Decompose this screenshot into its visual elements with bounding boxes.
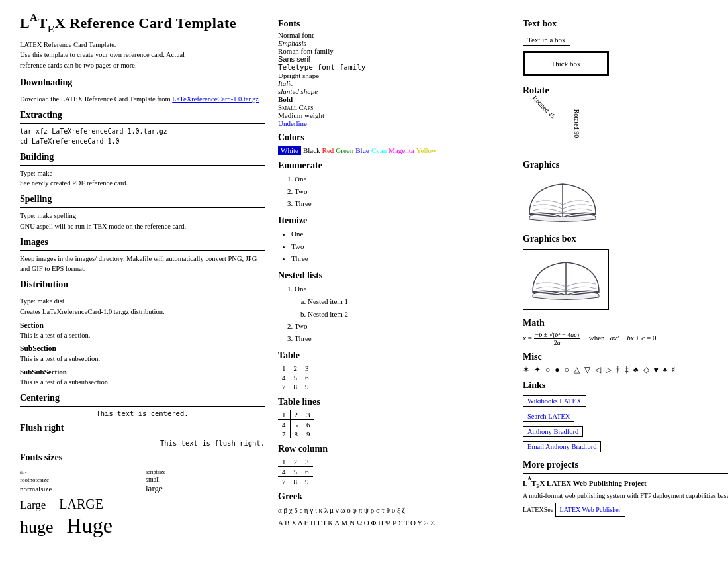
item-item-3: Three	[291, 252, 510, 265]
font-bold: Bold	[278, 95, 510, 103]
table-row: 1 2 3	[278, 457, 313, 467]
fontsize-LARGE: LARGE	[59, 497, 103, 512]
graphics-box-heading: Graphics box	[523, 234, 728, 244]
colors-row: White Black Red Green Blue Cyan Magenta …	[278, 146, 510, 155]
font-underline: Underline	[278, 119, 510, 127]
font-normal: Normal font	[278, 31, 510, 39]
spelling-text: Type: make spelling GNU aspell will be r…	[20, 211, 265, 232]
distribution-text: Type: make dist Creates LaTeXreferenceCa…	[20, 296, 265, 317]
download-link[interactable]: LaTeXreferenceCard-1.0.tar.gz	[172, 95, 259, 103]
flushright-heading: Flush right	[20, 423, 265, 433]
fontsize-scriptsize: scriptsize	[146, 469, 265, 475]
fonts-heading: Fonts	[278, 19, 510, 29]
rotated-90-text: Rotated 90	[573, 109, 580, 138]
section-demo-heading: Section	[20, 321, 265, 329]
color-magenta: Magenta	[388, 146, 414, 154]
color-yellow: Yellow	[416, 146, 437, 154]
images-text: Keep images in the images/ directory. Ma…	[20, 254, 265, 275]
links-section: Wikibooks LATEX Search LATEX Anthony Bra…	[523, 393, 728, 454]
subsection-demo-heading: SubSection	[20, 344, 265, 352]
color-blue: Blue	[355, 146, 369, 154]
graphics-heading: Graphics	[523, 160, 728, 170]
color-white: White	[278, 146, 301, 155]
misc-heading: Misc	[523, 352, 728, 362]
more-projects-heading: More projects	[523, 460, 728, 470]
downloading-heading: Downloading	[20, 77, 265, 88]
table-row: 7 8 9	[278, 476, 313, 486]
math-heading: Math	[523, 318, 728, 329]
fontsize-large: large	[146, 484, 265, 494]
font-slanted: slanted shape	[278, 87, 510, 95]
graphics-image	[523, 174, 728, 229]
building-text: Type: make See newly created PDF referen…	[20, 168, 265, 189]
project-name: LATEX LATEX Web Publishing Project	[523, 478, 728, 489]
textbox-simple: Text in a box	[523, 34, 570, 46]
centering-text: This text is centered.	[20, 409, 265, 417]
table-lines-heading: Table lines	[278, 397, 510, 407]
item-item-1: One	[291, 228, 510, 240]
greek-heading: Greek	[278, 491, 510, 502]
enum-item-3: Three	[295, 197, 510, 210]
table-row: 4 5 6	[278, 466, 313, 476]
textbox-thick: Thick box	[523, 51, 609, 76]
spelling-heading: Spelling	[20, 194, 265, 205]
greek-upper: Α Β Χ Δ Ε Η Γ Ι Κ Λ Μ Ν Ω Ο Φ Π Ψ Ρ Σ Τ …	[278, 517, 510, 530]
enumerate-heading: Enumerate	[278, 160, 510, 171]
nested-list: One Nested item 1 Nested item 2 Two Thre…	[278, 283, 510, 344]
link-email[interactable]: Email Anthony Bradford	[523, 441, 601, 452]
fontsize-footnotesize: footnotesize	[20, 476, 139, 483]
table-row: 4 5 6	[278, 419, 314, 429]
enumerate-list: One Two Three	[278, 173, 510, 210]
enum-item-2: Two	[295, 185, 510, 198]
section-demo-text: This is a test of a section.	[20, 331, 265, 341]
font-upright: Upright shape	[278, 72, 510, 79]
link-search[interactable]: Search LATEX	[523, 411, 574, 422]
distribution-heading: Distribution	[20, 280, 265, 290]
rotated-45-text: Rotated 45	[531, 94, 557, 120]
row-col-table: 1 2 3 4 5 6 7 8 9	[278, 457, 313, 486]
table-row: 1 2 3	[278, 364, 313, 373]
graphics-box	[523, 249, 609, 310]
row-column-heading: Row column	[278, 444, 510, 454]
centering-heading: Centering	[20, 393, 265, 403]
building-heading: Building	[20, 152, 265, 162]
subtitle-block: LATEX Reference Card Template. Use this …	[20, 40, 265, 71]
nested-sub-item-1: Nested item 1	[308, 295, 510, 308]
fonts-list: Normal font Emphasis Roman font family S…	[278, 31, 510, 127]
link-anthony[interactable]: Anthony Bradford	[523, 426, 583, 437]
page-title: LATEX Reference Card Template	[20, 13, 265, 34]
table-heading: Table	[278, 350, 510, 361]
link-wikibooks[interactable]: Wikibooks LATEX	[523, 395, 586, 407]
greek-lower: α β χ δ ε η γ ι κ λ μ ν ω ο φ π ψ ρ σ τ …	[278, 504, 510, 517]
nested-sub-list: Nested item 1 Nested item 2	[295, 295, 510, 320]
table-row: 7 8 9	[278, 382, 313, 391]
font-italic: Italic	[278, 79, 510, 87]
fontsize-huge: huge	[20, 517, 54, 537]
color-green: Green	[336, 146, 353, 154]
fontsize-normalsize: normalsize	[20, 485, 139, 493]
rotate-heading: Rotate	[523, 85, 728, 96]
font-roman: Roman font family	[278, 47, 510, 55]
flushright-text: This text is flush right.	[20, 439, 265, 447]
project-link[interactable]: LATEX Web Publisher	[555, 503, 625, 517]
itemize-heading: Itemize	[278, 215, 510, 226]
font-emphasis: Emphasis	[278, 39, 510, 47]
fontsizes-heading: Fonts sizes	[20, 452, 265, 463]
fontsize-Huge: Huge	[67, 513, 113, 538]
fontsizes-demo: tiny scriptsize footnotesize small norma…	[20, 469, 265, 538]
misc-symbols: ✶ ✦ ○ ● ○ △ ▽ ◁ ▷ † ‡ ♣ ◇ ♥ ♠ ♯	[523, 365, 728, 375]
lined-table: 1 2 3 4 5 6 7 8 9	[278, 410, 314, 438]
fontsize-tiny: tiny	[20, 470, 139, 475]
images-heading: Images	[20, 237, 265, 248]
extracting-text: tar xfz LaTeXreferenceCard-1.0.tar.gz cd…	[20, 127, 265, 146]
subsubsection-demo-text: This is a test of a subsubsection.	[20, 377, 265, 387]
item-item-2: Two	[291, 240, 510, 253]
table-row: 7 8 9	[278, 429, 314, 438]
font-teletype: Teletype font family	[278, 63, 510, 72]
nested-item-2: Two	[295, 320, 510, 333]
itemize-list: One Two Three	[278, 228, 510, 265]
extracting-heading: Extracting	[20, 110, 265, 121]
colors-heading: Colors	[278, 132, 510, 143]
simple-table: 1 2 3 4 5 6 7 8 9	[278, 364, 313, 391]
color-cyan: Cyan	[371, 146, 387, 154]
